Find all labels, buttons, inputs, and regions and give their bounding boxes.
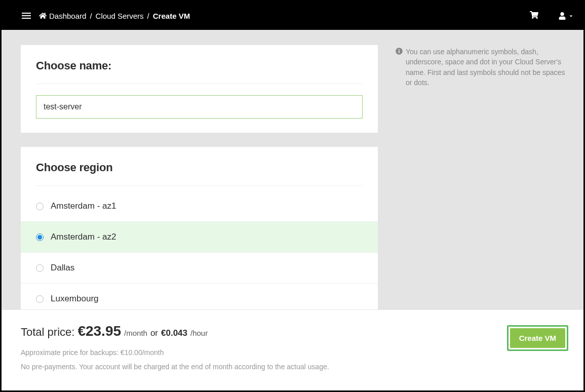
breadcrumb-cloud-servers[interactable]: Cloud Servers (96, 12, 144, 20)
region-option-dallas[interactable]: Dallas (21, 252, 378, 283)
info-text: You can use alphanumeric symbols, dash, … (406, 47, 568, 88)
breadcrumb: Dashboard / Cloud Servers / Create VM (39, 12, 190, 20)
total-price-label: Total price: (21, 326, 74, 339)
radio-icon (36, 233, 44, 241)
choose-region-card: Choose region Amsterdam - az1 Amsterdam … (21, 147, 378, 311)
choose-name-card: Choose name: (21, 45, 378, 133)
topbar: Dashboard / Cloud Servers / Create VM (2, 2, 583, 30)
region-label: Luxembourg (51, 294, 99, 304)
region-label: Dallas (51, 263, 74, 273)
server-name-input[interactable] (36, 95, 363, 119)
breadcrumb-dashboard[interactable]: Dashboard (49, 12, 86, 20)
radio-icon (36, 295, 44, 303)
choose-region-title: Choose region (36, 161, 363, 174)
region-label: Amsterdam - az1 (51, 201, 116, 211)
region-option-amsterdam-az2[interactable]: Amsterdam - az2 (21, 221, 378, 252)
radio-icon (36, 203, 44, 210)
create-vm-button-highlight: Create VM (507, 325, 568, 351)
info-box: You can use alphanumeric symbols, dash, … (396, 47, 568, 88)
breadcrumb-current: Create VM (153, 12, 190, 20)
user-menu[interactable] (559, 12, 573, 20)
footer-bar: Total price: €23.95 /month or €0.043 /ho… (2, 309, 583, 390)
backup-price-note: Approximate price for backups: €10.00/mo… (21, 348, 329, 357)
menu-icon[interactable] (22, 13, 31, 19)
region-option-luxembourg[interactable]: Luxembourg (21, 283, 378, 311)
price-month-unit: /month (124, 329, 147, 337)
price-or: or (150, 328, 158, 338)
price-monthly: €23.95 (77, 323, 121, 339)
chevron-down-icon (569, 14, 573, 18)
region-option-amsterdam-az1[interactable]: Amsterdam - az1 (21, 197, 378, 221)
price-hour-unit: /hour (190, 329, 208, 337)
radio-icon (36, 264, 44, 272)
info-icon (396, 47, 403, 88)
payment-note: No pre-payments. Your account will be ch… (21, 363, 329, 371)
home-icon (39, 12, 47, 20)
create-vm-button[interactable]: Create VM (510, 328, 565, 348)
region-label: Amsterdam - az2 (51, 232, 116, 242)
cart-icon[interactable] (530, 11, 538, 21)
price-hourly: €0.043 (161, 328, 187, 338)
choose-name-title: Choose name: (36, 59, 363, 72)
